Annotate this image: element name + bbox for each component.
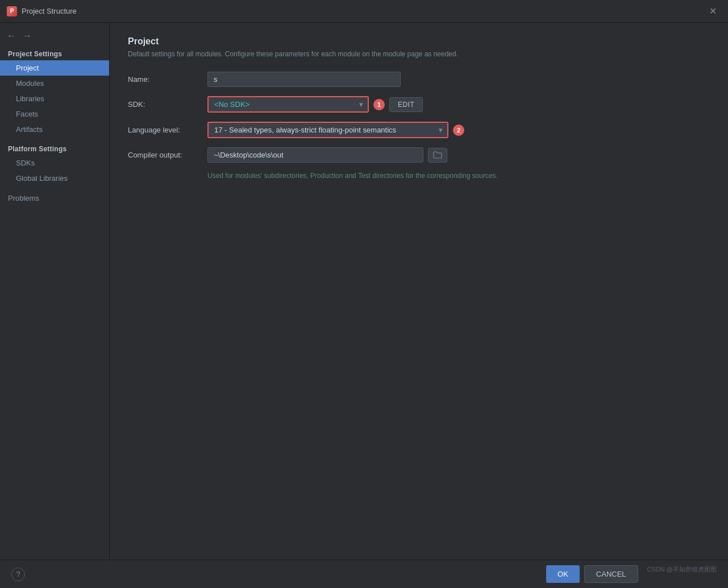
sdk-row: SDK: <No SDK> ▾ 1 EDIT (128, 96, 710, 113)
sidebar-item-global-libraries[interactable]: Global Libraries (0, 171, 109, 186)
language-level-dropdown[interactable]: 17 - Sealed types, always-strict floatin… (209, 123, 447, 137)
bottom-buttons: OK CANCEL CSDN @不知所错虎图图 (546, 565, 717, 583)
sdk-dropdown[interactable]: <No SDK> (209, 97, 368, 111)
window-title: Project Structure (22, 7, 705, 15)
cancel-button[interactable]: CANCEL (584, 565, 638, 583)
sidebar-item-modules[interactable]: Modules (0, 76, 109, 91)
ok-button[interactable]: OK (546, 565, 580, 583)
compiler-output-label: Compiler output: (128, 151, 207, 159)
lang-dropdown-wrapper: 17 - Sealed types, always-strict floatin… (207, 122, 448, 138)
language-level-row: Language level: 17 - Sealed types, alway… (128, 122, 710, 138)
sidebar: ← → Project Settings Project Modules Lib… (0, 23, 110, 588)
folder-browse-button[interactable] (428, 148, 447, 163)
sidebar-item-artifacts[interactable]: Artifacts (0, 122, 109, 137)
name-input[interactable] (207, 72, 401, 87)
nav-arrows: ← → (0, 27, 109, 47)
sdk-label: SDK: (128, 100, 207, 109)
compiler-controls (207, 147, 447, 163)
main-layout: ← → Project Settings Project Modules Lib… (0, 23, 728, 588)
sidebar-divider (0, 137, 109, 142)
compiler-output-input[interactable] (207, 147, 423, 163)
language-controls: 17 - Sealed types, always-strict floatin… (207, 122, 464, 138)
sidebar-item-project[interactable]: Project (0, 60, 109, 76)
sidebar-item-sdks[interactable]: SDKs (0, 155, 109, 171)
watermark-text: CSDN @不知所错虎图图 (647, 565, 717, 583)
sidebar-item-libraries[interactable]: Libraries (0, 91, 109, 106)
nav-forward-button[interactable]: → (20, 30, 34, 42)
compiler-hint: Used for modules' subdirectories, Produc… (207, 172, 710, 180)
title-bar: P Project Structure ✕ (0, 0, 728, 23)
language-level-label: Language level: (128, 126, 207, 134)
sidebar-item-facets[interactable]: Facets (0, 106, 109, 122)
sdk-dropdown-wrapper: <No SDK> ▾ (207, 96, 369, 113)
bottom-bar: ? OK CANCEL CSDN @不知所错虎图图 (0, 560, 728, 588)
name-label: Name: (128, 75, 207, 84)
close-button[interactable]: ✕ (705, 3, 721, 19)
app-icon: P (7, 6, 17, 16)
platform-settings-header: Platform Settings (0, 142, 109, 155)
compiler-output-row: Compiler output: (128, 147, 710, 163)
sdk-controls: <No SDK> ▾ 1 EDIT (207, 96, 423, 113)
page-description: Default settings for all modules. Config… (128, 50, 710, 58)
help-button[interactable]: ? (11, 568, 25, 581)
main-content: Project Default settings for all modules… (110, 23, 728, 588)
sdk-badge: 1 (373, 99, 385, 110)
nav-back-button[interactable]: ← (5, 30, 18, 42)
sidebar-item-problems[interactable]: Problems (0, 191, 109, 206)
language-badge: 2 (453, 125, 464, 136)
sdk-edit-button[interactable]: EDIT (389, 97, 423, 112)
project-settings-header: Project Settings (0, 47, 109, 60)
name-row: Name: (128, 72, 710, 87)
page-title: Project (128, 36, 710, 47)
folder-icon (433, 151, 442, 159)
